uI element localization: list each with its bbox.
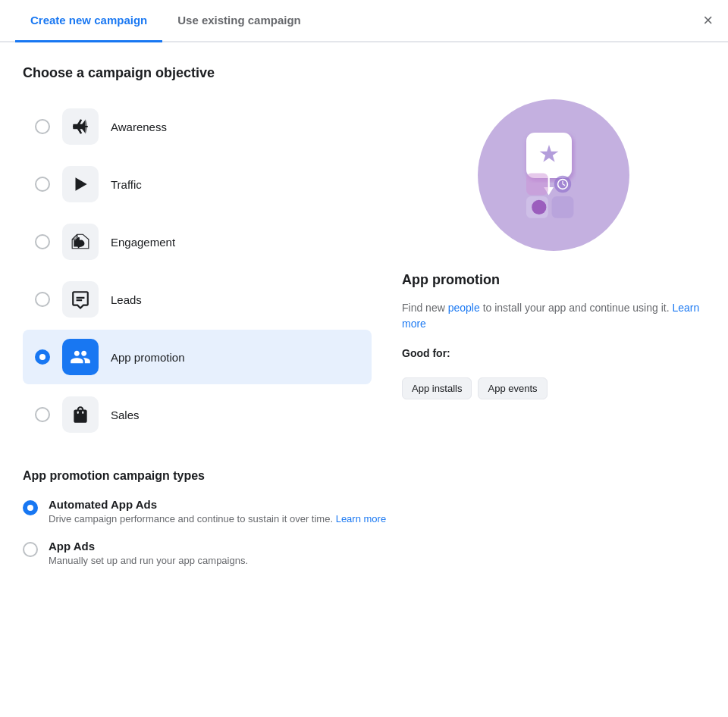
automated-app-ads-name: Automated App Ads [49,498,386,511]
objective-engagement-label: Engagement [111,236,175,249]
tag-app-installs: App installs [402,377,472,399]
app-ads-name: App Ads [49,540,248,553]
app-ads-text: App Ads Manually set up and run your app… [49,540,248,566]
svg-point-11 [532,200,546,214]
main-row: Awareness Traffic [23,99,705,442]
main-content: Choose a campaign objective Awareness [0,42,728,604]
objective-leads[interactable]: Leads [23,272,372,327]
icon-engagement [62,224,99,260]
objective-sales[interactable]: Sales [23,387,372,442]
tab-create-new-campaign[interactable]: Create new campaign [15,0,162,42]
radio-app-promotion[interactable] [35,349,50,365]
radio-engagement[interactable] [35,234,50,249]
automated-app-ads-text: Automated App Ads Drive campaign perform… [49,498,386,524]
tab-existing-label: Use existing campaign [177,14,301,27]
good-for-title: Good for: [402,347,705,359]
tag-app-events: App events [478,377,547,399]
objective-traffic[interactable]: Traffic [23,157,372,211]
radio-app-ads[interactable] [23,542,38,557]
icon-leads [62,281,99,318]
app-ads-desc: Manually set up and run your app campaig… [49,555,248,566]
objective-awareness[interactable]: Awareness [23,99,372,154]
radio-sales[interactable] [35,407,50,422]
panel-desc-part1: Find new [402,302,448,314]
tags-container: App installs App events [402,377,705,399]
objective-app-promotion[interactable]: App promotion [23,330,372,384]
panel-desc-link-people[interactable]: people [448,302,480,314]
objectives-list: Awareness Traffic [23,99,372,442]
radio-traffic[interactable] [35,177,50,192]
panel-title: App promotion [402,272,705,288]
svg-rect-5 [552,196,574,218]
automated-app-ads-desc: Drive campaign performance and continue … [49,513,386,524]
objective-engagement[interactable]: Engagement [23,214,372,269]
app-promotion-illustration [478,99,629,251]
section-title: Choose a campaign objective [23,65,705,81]
campaign-type-automated[interactable]: Automated App Ads Drive campaign perform… [23,498,705,524]
panel-desc-part2: to install your app and continue using i… [480,302,673,314]
tab-bar: Create new campaign Use existing campaig… [0,0,728,42]
campaign-type-app-ads[interactable]: App Ads Manually set up and run your app… [23,540,705,566]
tab-create-label: Create new campaign [30,14,147,27]
campaign-types-section: App promotion campaign types Automated A… [23,469,705,581]
objective-traffic-label: Traffic [111,178,142,191]
radio-awareness[interactable] [35,119,50,134]
radio-automated[interactable] [23,500,38,515]
objective-sales-label: Sales [111,409,140,421]
close-button[interactable]: × [703,12,713,29]
icon-awareness [62,108,99,145]
icon-sales [62,396,99,433]
automated-learn-more-link[interactable]: Learn more [336,513,386,524]
objective-app-promotion-label: App promotion [111,351,185,364]
svg-rect-6 [526,174,548,196]
objective-awareness-label: Awareness [111,121,167,133]
panel-description: Find new people to install your app and … [402,300,705,332]
radio-leads[interactable] [35,292,50,307]
icon-traffic [62,166,99,202]
svg-marker-0 [76,177,87,190]
icon-app-promotion [62,339,99,375]
objective-leads-label: Leads [111,293,142,306]
campaign-types-title: App promotion campaign types [23,469,705,483]
tab-use-existing-campaign[interactable]: Use existing campaign [162,0,316,42]
right-panel: App promotion Find new people to install… [402,99,705,442]
